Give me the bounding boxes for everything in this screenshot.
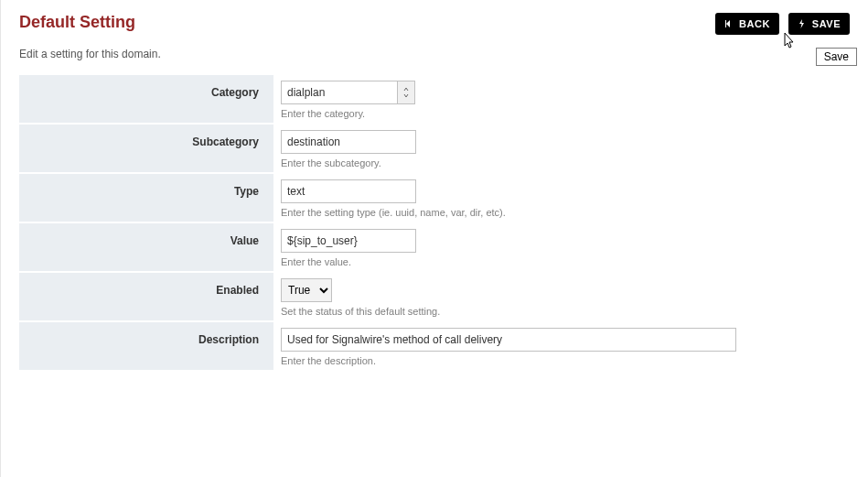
category-select-toggle[interactable] (397, 81, 415, 104)
description-hint: Enter the description. (281, 355, 842, 366)
value-cell: Enter the value. (273, 223, 850, 271)
save-tooltip: Save (816, 48, 857, 66)
description-row: Description Enter the description. (19, 322, 850, 370)
value-hint: Enter the value. (281, 256, 842, 267)
category-row: Category Enter the category. (19, 75, 850, 123)
value-label: Value (19, 223, 273, 271)
settings-form-container: Default Setting BACK SAVE Save Edit a se… (0, 0, 868, 477)
enabled-row: Enabled True Set the status of this defa… (19, 273, 850, 320)
save-button[interactable]: SAVE (788, 13, 850, 35)
subcategory-input[interactable] (281, 130, 416, 154)
type-hint: Enter the setting type (ie. uuid, name, … (281, 207, 842, 218)
updown-icon (402, 87, 411, 98)
enabled-select[interactable]: True (281, 278, 332, 302)
type-label: Type (19, 174, 273, 222)
save-button-label: SAVE (812, 18, 841, 29)
type-input[interactable] (281, 179, 416, 203)
description-label: Description (19, 322, 273, 370)
lightning-icon (798, 19, 807, 28)
page-subtitle: Edit a setting for this domain. (19, 48, 850, 60)
description-input[interactable] (281, 328, 736, 352)
description-cell: Enter the description. (273, 322, 850, 370)
subcategory-label: Subcategory (19, 125, 273, 172)
category-label: Category (19, 75, 273, 123)
form-table: Category Enter the category. Subcategory… (19, 75, 850, 370)
header: Default Setting BACK SAVE Save (19, 13, 850, 35)
back-button-label: BACK (739, 18, 770, 29)
type-row: Type Enter the setting type (ie. uuid, n… (19, 174, 850, 222)
page-title: Default Setting (19, 13, 135, 32)
value-input[interactable] (281, 229, 416, 253)
back-button[interactable]: BACK (715, 13, 779, 35)
value-row: Value Enter the value. (19, 223, 850, 271)
back-icon (724, 19, 734, 28)
subcategory-row: Subcategory Enter the subcategory. (19, 125, 850, 172)
action-buttons: BACK SAVE Save (715, 13, 850, 35)
enabled-label: Enabled (19, 273, 273, 320)
subcategory-cell: Enter the subcategory. (273, 125, 850, 172)
category-cell: Enter the category. (273, 75, 850, 123)
type-cell: Enter the setting type (ie. uuid, name, … (273, 174, 850, 222)
enabled-cell: True Set the status of this default sett… (273, 273, 850, 320)
enabled-hint: Set the status of this default setting. (281, 306, 842, 317)
subcategory-hint: Enter the subcategory. (281, 157, 842, 168)
category-hint: Enter the category. (281, 108, 842, 119)
category-input[interactable] (281, 81, 398, 104)
